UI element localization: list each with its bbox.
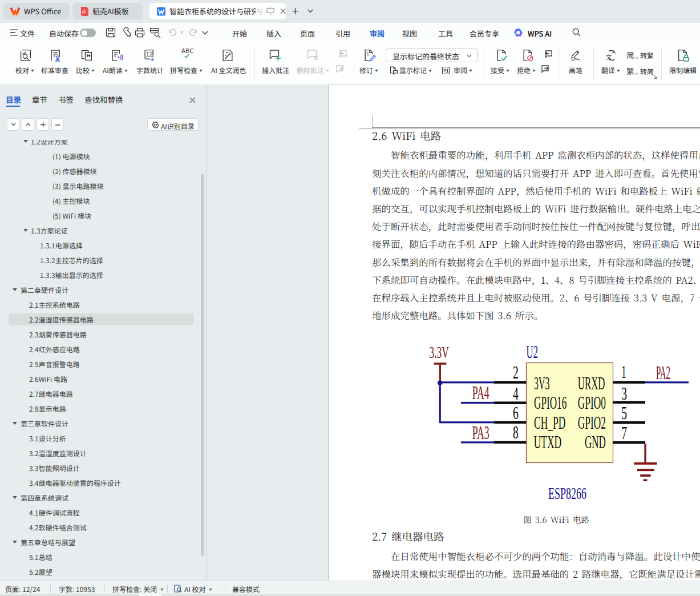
svg-text:CH_PD: CH_PD: [534, 412, 565, 433]
svg-text:5: 5: [621, 403, 627, 423]
svg-text:PA4: PA4: [472, 382, 489, 403]
svg-text:GPIO2: GPIO2: [578, 412, 606, 433]
svg-text:U2: U2: [527, 342, 539, 362]
svg-text:GND: GND: [585, 432, 606, 452]
svg-text:ABC: ABC: [181, 48, 193, 54]
svg-text:A: A: [612, 49, 616, 55]
svg-text:GPIO0: GPIO0: [578, 392, 606, 413]
svg-text:文: 文: [606, 53, 612, 61]
svg-text:UTXD: UTXD: [534, 432, 561, 452]
svg-text:PA2: PA2: [656, 363, 670, 383]
svg-text:8: 8: [513, 422, 519, 442]
svg-text:1: 1: [621, 362, 626, 382]
svg-text:4: 4: [513, 384, 519, 404]
svg-text:3: 3: [621, 384, 627, 404]
svg-text:URXD: URXD: [578, 373, 605, 393]
svg-text:12: 12: [146, 51, 153, 58]
svg-text:3V3: 3V3: [534, 373, 550, 393]
svg-text:PA3: PA3: [472, 422, 489, 443]
svg-text:2: 2: [513, 363, 519, 382]
svg-text:GPIO16: GPIO16: [534, 392, 567, 413]
svg-text:3.3V: 3.3V: [430, 343, 449, 361]
svg-text:7: 7: [621, 423, 627, 443]
svg-text:ESP8266: ESP8266: [548, 484, 586, 502]
svg-text:6: 6: [513, 403, 519, 423]
